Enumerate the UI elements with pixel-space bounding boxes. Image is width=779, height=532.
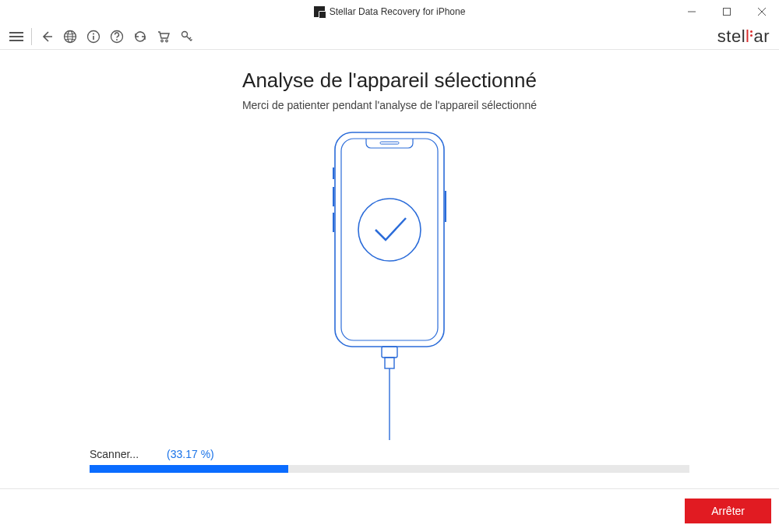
app-title-container: Stellar Data Recovery for iPhone — [314, 6, 466, 17]
back-arrow-icon — [41, 30, 53, 43]
page-title: Analyse de l'appareil sélectionné — [0, 69, 779, 93]
device-illustration — [0, 129, 779, 440]
refresh-icon — [133, 30, 147, 44]
window-controls — [674, 0, 779, 23]
menu-button[interactable] — [5, 25, 28, 48]
progress-status-label: Scanner... — [90, 448, 139, 460]
maximize-button[interactable] — [709, 0, 744, 23]
toolbar: stel l ar — [0, 23, 779, 50]
progress-section: Scanner... (33.17 %) — [90, 448, 689, 473]
progress-bar — [90, 465, 689, 473]
svg-rect-18 — [335, 132, 444, 347]
svg-point-11 — [93, 33, 94, 34]
iphone-icon — [312, 129, 467, 440]
app-icon — [314, 6, 325, 17]
info-button[interactable] — [82, 25, 105, 48]
activate-button[interactable] — [175, 25, 199, 48]
back-button[interactable] — [35, 25, 58, 48]
info-icon — [86, 30, 100, 44]
svg-point-25 — [358, 199, 421, 261]
svg-point-15 — [161, 40, 164, 42]
close-button[interactable] — [744, 0, 779, 23]
brand-text-l: l — [746, 26, 749, 47]
svg-point-14 — [116, 39, 118, 41]
minimize-button[interactable] — [674, 0, 709, 23]
brand-text-part2: ar — [753, 26, 770, 47]
brand-logo: stel l ar — [717, 26, 770, 47]
page-subtitle: Merci de patienter pendant l'analyse de … — [0, 99, 779, 111]
hamburger-icon — [9, 31, 23, 42]
toolbar-separator — [31, 28, 32, 45]
stop-button[interactable]: Arrêter — [685, 499, 771, 523]
refresh-button[interactable] — [129, 25, 152, 48]
svg-rect-20 — [380, 142, 399, 144]
help-button[interactable] — [105, 25, 129, 48]
globe-icon — [63, 30, 77, 44]
progress-bar-fill — [90, 465, 288, 473]
language-button[interactable] — [58, 25, 82, 48]
cart-icon — [157, 30, 171, 44]
key-icon — [180, 30, 194, 44]
svg-rect-19 — [341, 139, 438, 340]
progress-labels: Scanner... (33.17 %) — [90, 448, 689, 460]
close-icon — [758, 8, 766, 16]
main-content: Analyse de l'appareil sélectionné Merci … — [0, 50, 779, 473]
brand-text-part1: stel — [717, 26, 746, 47]
svg-point-16 — [166, 40, 168, 42]
titlebar: Stellar Data Recovery for iPhone — [0, 0, 779, 23]
svg-rect-1 — [723, 9, 730, 16]
help-icon — [110, 30, 124, 44]
brand-dots-icon — [750, 30, 753, 37]
svg-rect-26 — [382, 347, 397, 358]
progress-percent-label: (33.17 %) — [167, 448, 214, 460]
app-title: Stellar Data Recovery for iPhone — [330, 6, 466, 17]
footer: Arrêter — [0, 488, 779, 532]
maximize-icon — [723, 8, 731, 16]
svg-rect-27 — [385, 358, 394, 368]
svg-point-17 — [182, 31, 188, 37]
minimize-icon — [688, 8, 696, 16]
buy-button[interactable] — [152, 25, 175, 48]
